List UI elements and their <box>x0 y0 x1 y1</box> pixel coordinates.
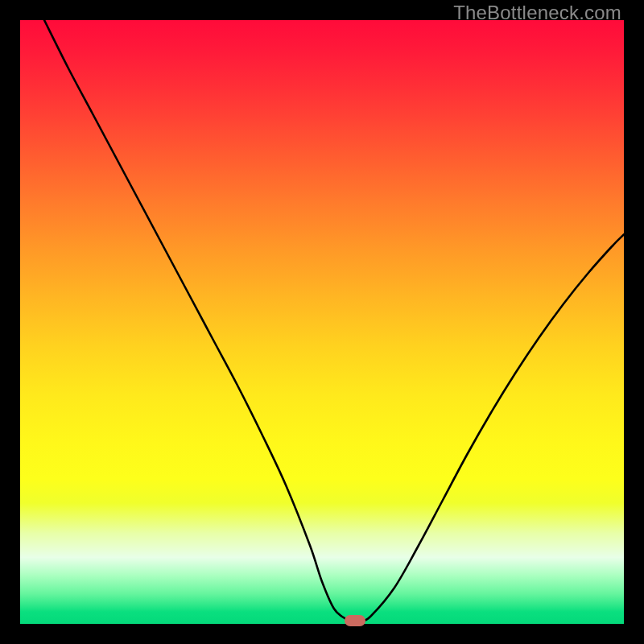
watermark-text: TheBottleneck.com <box>453 2 621 24</box>
bottleneck-curve <box>20 20 624 624</box>
chart-frame: TheBottleneck.com <box>0 0 644 644</box>
plot-area <box>20 20 624 624</box>
minimum-marker <box>345 615 365 626</box>
